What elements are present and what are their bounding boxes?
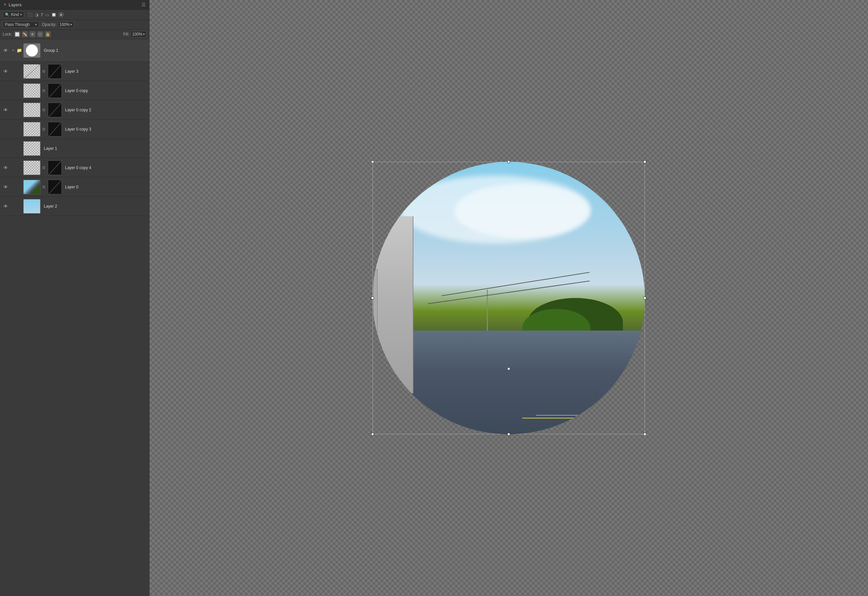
mask-diag-svg — [48, 180, 61, 194]
eye-icon: 👁 — [3, 48, 8, 53]
visibility-toggle[interactable]: 👁 — [2, 204, 9, 209]
layer-list: 👁 ▾ 📁 Group 1 👁 ⛓ — [0, 39, 149, 596]
mask-thumbnail — [48, 64, 62, 79]
panel-header: ✕ Layers ☰ — [0, 0, 149, 10]
opacity-label: Opacity: — [42, 22, 56, 27]
layers-panel: ✕ Layers ☰ 🔍 Kind ▾ ⬛ ◑ T ▭ 🔲 ● Pass Thr… — [0, 0, 149, 596]
layer-item[interactable]: 👁 ⛓ Layer 0 — [0, 177, 149, 197]
layer-name: Layer 3 — [63, 69, 147, 74]
lock-pixels-icon[interactable]: ✏️ — [22, 31, 28, 37]
visibility-toggle[interactable]: 👁 — [2, 69, 9, 74]
panel-menu-icon[interactable]: ☰ — [142, 2, 146, 7]
van-edge — [373, 216, 413, 393]
lock-position-icon[interactable]: ✛ — [30, 31, 35, 37]
transform-handle-tm[interactable] — [507, 160, 510, 163]
svg-line-6 — [48, 180, 61, 194]
visibility-toggle[interactable]: 👁 — [2, 146, 9, 151]
inner-handle-bm[interactable] — [507, 367, 510, 370]
filter-bar: 🔍 Kind ▾ ⬛ ◑ T ▭ 🔲 ● — [0, 10, 149, 20]
canvas-container — [373, 162, 645, 434]
layer-thumbnail — [23, 103, 40, 117]
dot-icon: ● — [61, 13, 62, 16]
visibility-toggle[interactable]: 👁 — [2, 165, 9, 170]
visibility-toggle[interactable]: 👁 — [2, 184, 9, 190]
layer-thumbnail — [23, 64, 40, 79]
opacity-group: Opacity: 100% ▾ — [42, 21, 74, 28]
lock-transparent-icon[interactable]: ⬜ — [14, 31, 20, 37]
mask-link-icon: ⛓ — [42, 166, 46, 169]
mask-link-icon: ⛓ — [42, 185, 46, 189]
panel-title: Layers — [9, 2, 22, 7]
lock-artboard-icon[interactable]: ⬡ — [37, 31, 43, 37]
layer-name: Layer 0 copy 4 — [63, 166, 147, 170]
svg-line-5 — [48, 161, 61, 175]
svg-line-4 — [48, 122, 61, 136]
layer-item[interactable]: 👁 ⛓ Layer 3 — [0, 62, 149, 81]
filter-toggle[interactable]: ● — [58, 12, 64, 17]
transform-handle-bl[interactable] — [371, 433, 374, 436]
adjustment-filter-icon[interactable]: ◑ — [35, 12, 38, 17]
mask-thumbnail — [48, 160, 62, 175]
layer-thumbnail — [23, 180, 40, 194]
group-folder-icon: 📁 — [16, 48, 22, 53]
filter-icons: ⬛ ◑ T ▭ 🔲 ● — [28, 12, 64, 17]
mask-diag-svg — [48, 122, 61, 136]
visibility-toggle[interactable]: 👁 — [2, 127, 9, 132]
opacity-input[interactable]: 100% ▾ — [58, 21, 74, 28]
eye-icon: 👁 — [3, 107, 8, 112]
layer-name: Layer 0 copy 2 — [63, 108, 147, 112]
van-detail — [373, 269, 377, 340]
mask-thumbnail — [48, 83, 62, 98]
visibility-toggle[interactable]: 👁 — [2, 88, 9, 93]
layer-thumbnail — [23, 43, 40, 58]
layer-item[interactable]: 👁 ▾ 📁 Group 1 — [0, 39, 149, 62]
road-surface — [373, 331, 645, 434]
eye-icon: 👁 — [3, 184, 8, 190]
road-markings — [522, 418, 604, 419]
layer-item[interactable]: 👁 ⛓ Layer 0 copy 3 — [0, 120, 149, 139]
panel-header-left: ✕ Layers — [3, 2, 22, 7]
fill-input[interactable]: 100% ▾ — [130, 31, 146, 37]
visibility-toggle[interactable]: 👁 — [2, 107, 9, 112]
transform-handle-tl[interactable] — [371, 160, 374, 163]
eye-icon: 👁 — [3, 69, 8, 74]
expand-icon[interactable]: ▾ — [10, 49, 15, 52]
layer-name: Layer 0 copy 3 — [63, 127, 147, 132]
transform-handle-tr[interactable] — [644, 160, 646, 163]
transform-handle-mr[interactable] — [644, 297, 646, 299]
layer-name: Layer 2 — [42, 204, 147, 209]
diag-line-svg — [24, 64, 40, 78]
transform-handle-br[interactable] — [644, 433, 646, 436]
pixel-filter-icon[interactable]: ⬛ — [28, 12, 33, 17]
layer-item[interactable]: 👁 ⛓ Layer 0 copy — [0, 81, 149, 101]
lock-all-icon[interactable]: 🔒 — [45, 31, 51, 37]
transform-handle-ml[interactable] — [371, 297, 374, 299]
close-icon[interactable]: ✕ — [3, 2, 7, 7]
mask-thumbnail — [48, 103, 62, 117]
fill-value-text: 100% — [132, 32, 142, 37]
layer-thumbnail — [23, 160, 40, 175]
shape-filter-icon[interactable]: ▭ — [45, 12, 49, 17]
circle-image — [373, 162, 645, 434]
layer-item[interactable]: 👁 Layer 1 — [0, 139, 149, 158]
filter-type-dropdown[interactable]: 🔍 Kind ▾ — [3, 11, 24, 18]
blend-mode-dropdown[interactable]: Pass Through ▾ — [3, 21, 39, 28]
layer-thumbnail — [23, 141, 40, 156]
layer-thumbnail — [23, 83, 40, 98]
road-markings2 — [536, 415, 590, 416]
layer-item[interactable]: 👁 Layer 2 — [0, 197, 149, 216]
visibility-toggle[interactable]: 👁 — [2, 48, 9, 53]
layer-name: Group 1 — [42, 48, 147, 53]
mode-opacity-bar: Pass Through ▾ Opacity: 100% ▾ — [0, 20, 149, 30]
layer-item[interactable]: 👁 ⛓ Layer 0 copy 4 — [0, 158, 149, 177]
mask-diag-svg — [48, 103, 61, 117]
transform-handle-bm[interactable] — [507, 433, 510, 436]
mask-diag-svg — [48, 161, 61, 175]
layer-name: Layer 1 — [42, 146, 147, 151]
search-icon: 🔍 — [5, 13, 10, 17]
layer-item[interactable]: 👁 ⛓ Layer 0 copy 2 — [0, 101, 149, 120]
svg-line-0 — [24, 64, 40, 78]
svg-line-2 — [48, 84, 61, 98]
smart-filter-icon[interactable]: 🔲 — [51, 12, 56, 17]
text-filter-icon[interactable]: T — [40, 12, 43, 17]
